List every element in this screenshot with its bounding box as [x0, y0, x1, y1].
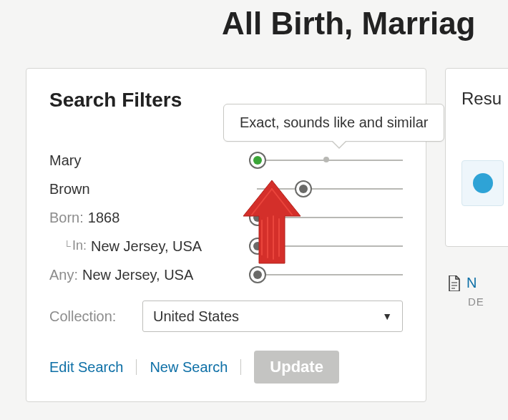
any-label: Any: [49, 267, 78, 283]
edit-search-link[interactable]: Edit Search [49, 359, 123, 376]
slider-knob[interactable] [249, 209, 266, 226]
info-icon [473, 173, 493, 193]
caret-down-icon: ▼ [382, 311, 392, 322]
in-label: └In: [64, 238, 87, 255]
slider-knob[interactable] [295, 180, 312, 197]
info-notice [461, 160, 504, 206]
slider-last-name[interactable] [250, 180, 403, 197]
slider-tooltip: Exact, sounds like and similar [223, 104, 444, 142]
slider-track [257, 160, 403, 161]
slider-track [257, 245, 403, 247]
filter-row-first-name: Mary [49, 146, 403, 175]
update-button[interactable]: Update [254, 351, 339, 384]
new-search-link[interactable]: New Search [150, 359, 228, 376]
filter-row-last-name: Brown [49, 175, 403, 203]
slider-in-place[interactable] [250, 238, 403, 255]
collection-select[interactable]: United States ▼ [142, 301, 403, 332]
born-year-value: 1868 [88, 210, 120, 226]
result-link[interactable]: N [467, 275, 477, 291]
filter-row-any: Any: New Jersey, USA [49, 260, 403, 289]
slider-knob[interactable] [249, 238, 266, 255]
collection-value: United States [153, 308, 239, 325]
slider-tick [323, 157, 329, 162]
slider-first-name[interactable] [250, 152, 403, 169]
results-panel: Resu [445, 68, 508, 247]
filter-row-born-in: └In: New Jersey, USA [49, 232, 403, 260]
page-title: All Birth, Marriag [222, 6, 476, 41]
divider [240, 359, 241, 375]
slider-born-year[interactable] [250, 209, 403, 226]
slider-track [257, 217, 403, 218]
slider-track [257, 274, 403, 275]
document-icon [448, 275, 461, 291]
filter-row-born: Born: 1868 [49, 203, 403, 232]
result-subtext: DE [468, 296, 484, 308]
any-place-value: New Jersey, USA [82, 267, 193, 283]
collection-row: Collection: United States ▼ [49, 301, 403, 332]
action-row: Edit Search New Search Update [49, 351, 403, 384]
slider-any-place[interactable] [250, 266, 403, 283]
result-item: N DE [448, 275, 484, 308]
born-label: Born: [49, 210, 84, 226]
slider-knob[interactable] [249, 152, 266, 169]
slider-track [257, 188, 403, 190]
results-heading: Resu [461, 89, 508, 109]
collection-label: Collection: [49, 308, 134, 325]
first-name-value: Mary [49, 152, 81, 169]
last-name-value: Brown [49, 181, 90, 197]
divider [136, 359, 137, 375]
slider-knob[interactable] [249, 266, 266, 283]
in-place-value: New Jersey, USA [91, 238, 202, 255]
